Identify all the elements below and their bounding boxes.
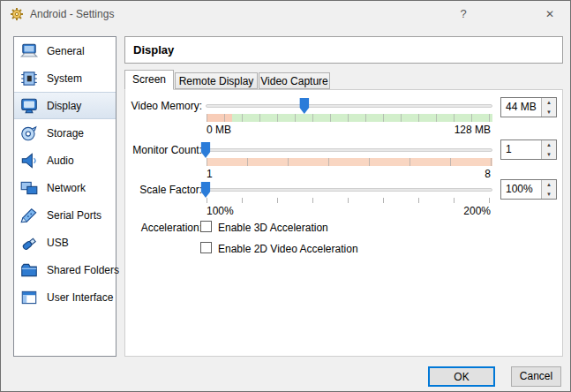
spin-down-icon[interactable]: ▼ [542, 108, 556, 117]
tab-video-capture[interactable]: Video Capture [259, 72, 330, 89]
serial-ports-icon [19, 206, 39, 225]
monitor-count-spinbox[interactable]: 1 ▲ ▼ [500, 139, 557, 160]
enable-2d-video-acceleration-label[interactable]: Enable 2D Video Acceleration [218, 243, 358, 255]
sidebar-item-usb[interactable]: USB [14, 229, 116, 256]
video-memory-scale [207, 114, 492, 122]
enable-3d-acceleration-label[interactable]: Enable 3D Acceleration [218, 222, 328, 234]
sidebar-item-serial-ports[interactable]: Serial Ports [14, 201, 116, 229]
enable-2d-video-acceleration-checkbox[interactable] [200, 242, 212, 253]
sidebar-item-label: Serial Ports [47, 209, 101, 222]
sidebar-item-label: USB [47, 237, 69, 249]
usb-icon [19, 233, 39, 253]
tab-remote-display[interactable]: Remote Display [175, 72, 258, 89]
monitor-count-slider[interactable] [206, 142, 492, 158]
tab-screen[interactable]: Screen [124, 70, 174, 90]
scale-factor-slider[interactable] [206, 182, 492, 198]
general-icon [19, 41, 39, 61]
monitor-count-scale-ticks [207, 158, 492, 166]
sidebar-item-label: Storage [47, 127, 84, 139]
acceleration-label: Acceleration: [105, 222, 202, 234]
close-button[interactable]: ✕ [536, 1, 564, 27]
sidebar-item-system[interactable]: System [14, 64, 116, 92]
title-bar[interactable]: Android - Settings ? ✕ [1, 1, 570, 27]
enable-3d-acceleration-checkbox[interactable] [200, 221, 212, 232]
video-memory-spinner: ▲ ▼ [541, 98, 556, 117]
audio-icon [19, 151, 39, 170]
spin-up-icon[interactable]: ▲ [542, 140, 556, 150]
video-memory-slider-thumb[interactable] [299, 98, 309, 114]
sidebar-item-shared-folders[interactable]: Shared Folders [14, 256, 116, 283]
scale-factor-spinbox[interactable]: 100% ▲ ▼ [500, 179, 557, 200]
page-header: Display [124, 36, 563, 64]
page-title: Display [133, 43, 174, 57]
sidebar-item-label: System [47, 72, 82, 85]
monitor-count-max-label: 8 [485, 168, 491, 180]
sidebar-item-label: Network [47, 182, 86, 194]
settings-category-list: General System Display Storage Audio [13, 36, 116, 357]
video-memory-slider[interactable] [206, 98, 492, 114]
scale-factor-ticks [207, 198, 492, 203]
storage-icon [19, 124, 39, 143]
sidebar-item-general[interactable]: General [14, 37, 116, 64]
network-icon [19, 178, 39, 198]
sidebar-item-label: Display [47, 100, 81, 112]
display-icon [19, 96, 39, 116]
sidebar-item-label: Shared Folders [47, 264, 119, 276]
shared-folders-icon [19, 260, 39, 280]
sidebar-item-user-interface[interactable]: User Interface [14, 283, 116, 311]
video-memory-min-label: 0 MB [207, 124, 231, 136]
video-memory-value[interactable]: 44 MB [501, 98, 541, 117]
scale-factor-value[interactable]: 100% [501, 180, 541, 199]
video-memory-label: Video Memory: [105, 100, 202, 112]
scale-factor-max-label: 200% [463, 205, 491, 217]
help-button[interactable]: ? [449, 1, 477, 27]
monitor-count-min-label: 1 [207, 168, 213, 180]
monitor-count-scale [207, 158, 492, 166]
settings-dialog: Android - Settings ? ✕ General System Di… [0, 0, 571, 392]
video-memory-scale-ticks [207, 114, 492, 122]
cancel-button[interactable]: Cancel [511, 366, 561, 387]
monitor-count-value[interactable]: 1 [501, 140, 541, 159]
window-title: Android - Settings [30, 8, 114, 20]
sidebar-item-label: General [47, 45, 85, 57]
user-interface-icon [19, 288, 39, 307]
spin-up-icon[interactable]: ▲ [542, 98, 556, 108]
sidebar-item-storage[interactable]: Storage [14, 119, 116, 147]
video-memory-max-label: 128 MB [455, 124, 491, 136]
scale-factor-label: Scale Factor: [105, 184, 202, 196]
system-icon [19, 69, 39, 88]
sidebar-item-network[interactable]: Network [14, 174, 116, 201]
monitor-count-spinner: ▲ ▼ [541, 140, 556, 159]
ok-button[interactable]: OK [428, 366, 495, 387]
spin-up-icon[interactable]: ▲ [542, 180, 556, 190]
settings-gear-icon [10, 7, 24, 21]
video-memory-spinbox[interactable]: 44 MB ▲ ▼ [500, 97, 557, 117]
spin-down-icon[interactable]: ▼ [542, 150, 556, 160]
sidebar-item-audio[interactable]: Audio [14, 147, 116, 174]
sidebar-item-label: Audio [47, 155, 74, 167]
monitor-count-label: Monitor Count: [105, 144, 202, 156]
scale-factor-spinner: ▲ ▼ [541, 180, 556, 199]
sidebar-item-display[interactable]: Display [14, 92, 116, 119]
scale-factor-min-label: 100% [207, 205, 234, 217]
sidebar-item-label: User Interface [47, 291, 113, 304]
spin-down-icon[interactable]: ▼ [542, 190, 556, 200]
